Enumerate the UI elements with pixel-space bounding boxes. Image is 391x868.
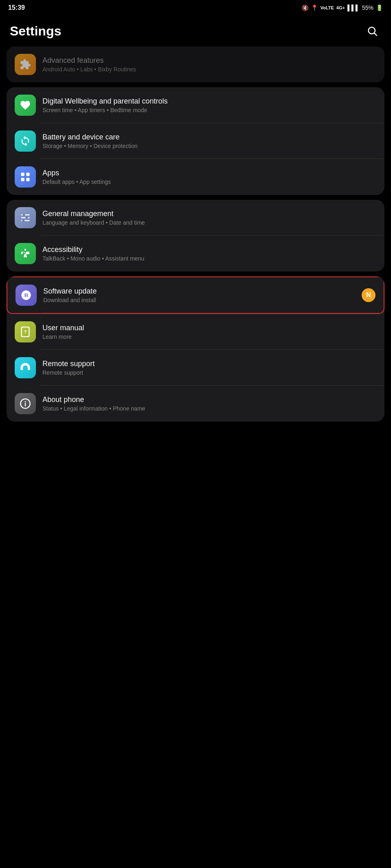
user-manual-title: User manual — [42, 324, 376, 332]
info-icon — [20, 398, 31, 409]
svg-rect-3 — [26, 173, 29, 176]
general-management-subtitle: Language and keyboard • Date and time — [42, 219, 376, 226]
battery-text: 55% — [362, 4, 373, 11]
advanced-features-subtitle: Android Auto • Labs • Bixby Routines — [42, 66, 376, 73]
battery-icon: 🔋 — [376, 4, 383, 11]
apps-text: Apps Default apps • App settings — [42, 169, 376, 185]
general-management-icon — [15, 207, 36, 228]
battery-device-care-item[interactable]: Battery and device care Storage • Memory… — [7, 123, 384, 159]
signal-icon: ▌▌▌ — [347, 4, 360, 11]
heart-icon — [20, 99, 31, 111]
group-2: General management Language and keyboard… — [7, 200, 384, 272]
digital-wellbeing-subtitle: Screen time • App timers • Bedtime mode — [42, 107, 376, 113]
accessibility-item[interactable]: Accessibility TalkBack • Mono audio • As… — [7, 236, 384, 272]
volte-indicator: VoLTE — [320, 5, 334, 10]
software-update-icon — [16, 285, 37, 306]
settings-header: Settings — [0, 14, 391, 46]
advanced-features-icon — [15, 54, 36, 75]
advanced-features-item[interactable]: Advanced features Android Auto • Labs • … — [7, 46, 384, 82]
manual-icon: ? — [20, 326, 31, 338]
status-right-icons: 🔇 📍 VoLTE 4G+ ▌▌▌ 55% 🔋 — [302, 4, 383, 11]
general-management-item[interactable]: General management Language and keyboard… — [7, 200, 384, 236]
svg-line-1 — [374, 33, 377, 35]
advanced-features-text: Advanced features Android Auto • Labs • … — [42, 56, 376, 73]
advanced-features-group: Advanced features Android Auto • Labs • … — [7, 46, 384, 82]
user-manual-subtitle: Learn more — [42, 334, 376, 340]
puzzle-icon — [20, 59, 31, 70]
group-1: Digital Wellbeing and parental controls … — [7, 87, 384, 195]
accessibility-title: Accessibility — [42, 245, 376, 254]
remote-support-icon — [15, 357, 36, 378]
network-indicator: 4G+ — [336, 5, 345, 10]
apps-icon — [15, 166, 36, 188]
page-title: Settings — [10, 24, 61, 39]
about-phone-item[interactable]: About phone Status • Legal information •… — [7, 386, 384, 422]
software-update-item[interactable]: Software update Download and install N — [7, 276, 384, 314]
digital-wellbeing-icon — [15, 95, 36, 116]
digital-wellbeing-title: Digital Wellbeing and parental controls — [42, 97, 376, 106]
mute-icon: 🔇 — [302, 4, 309, 11]
grid-icon — [20, 171, 31, 183]
search-button[interactable] — [363, 22, 381, 40]
sliders-icon — [20, 212, 31, 223]
svg-point-11 — [22, 219, 24, 222]
battery-care-subtitle: Storage • Memory • Device protection — [42, 143, 376, 149]
user-manual-icon: ? — [15, 321, 36, 342]
digital-wellbeing-text: Digital Wellbeing and parental controls … — [42, 97, 376, 113]
battery-care-title: Battery and device care — [42, 133, 376, 141]
remote-support-title: Remote support — [42, 360, 376, 368]
headset-icon — [20, 362, 31, 373]
notification-badge: N — [362, 288, 375, 302]
search-icon — [367, 25, 378, 37]
apps-subtitle: Default apps • App settings — [42, 179, 376, 185]
user-manual-text: User manual Learn more — [42, 324, 376, 340]
advanced-features-title: Advanced features — [42, 56, 376, 65]
svg-rect-2 — [21, 173, 24, 176]
about-phone-title: About phone — [42, 395, 376, 404]
accessibility-person-icon — [20, 248, 31, 259]
svg-text:?: ? — [24, 329, 27, 334]
refresh-icon — [20, 135, 31, 147]
location-icon: 📍 — [311, 4, 318, 11]
group-3: Software update Download and install N ?… — [7, 276, 384, 422]
remote-support-text: Remote support Remote support — [42, 360, 376, 376]
software-update-text: Software update Download and install — [43, 287, 358, 303]
about-phone-subtitle: Status • Legal information • Phone name — [42, 405, 376, 412]
svg-point-9 — [23, 214, 25, 216]
svg-point-0 — [369, 27, 375, 34]
update-icon — [20, 289, 32, 301]
digital-wellbeing-item[interactable]: Digital Wellbeing and parental controls … — [7, 87, 384, 123]
accessibility-subtitle: TalkBack • Mono audio • Assistant menu — [42, 255, 376, 262]
software-update-title: Software update — [43, 287, 358, 296]
status-bar: 15:39 🔇 📍 VoLTE 4G+ ▌▌▌ 55% 🔋 — [0, 0, 391, 14]
settings-list: Advanced features Android Auto • Labs • … — [0, 46, 391, 422]
status-time: 15:39 — [8, 4, 25, 11]
battery-care-icon — [15, 130, 36, 152]
svg-rect-5 — [26, 178, 29, 181]
svg-point-12 — [24, 249, 27, 251]
svg-rect-4 — [21, 178, 24, 181]
general-management-text: General management Language and keyboard… — [42, 210, 376, 226]
about-phone-text: About phone Status • Legal information •… — [42, 395, 376, 412]
accessibility-icon — [15, 243, 36, 264]
apps-item[interactable]: Apps Default apps • App settings — [7, 159, 384, 195]
battery-care-text: Battery and device care Storage • Memory… — [42, 133, 376, 149]
remote-support-item[interactable]: Remote support Remote support — [7, 350, 384, 386]
software-update-subtitle: Download and install — [43, 297, 358, 303]
remote-support-subtitle: Remote support — [42, 369, 376, 376]
about-phone-icon — [15, 393, 36, 414]
user-manual-item[interactable]: ? User manual Learn more — [7, 314, 384, 350]
general-management-title: General management — [42, 210, 376, 218]
svg-point-10 — [26, 216, 28, 219]
apps-title: Apps — [42, 169, 376, 177]
accessibility-text: Accessibility TalkBack • Mono audio • As… — [42, 245, 376, 262]
